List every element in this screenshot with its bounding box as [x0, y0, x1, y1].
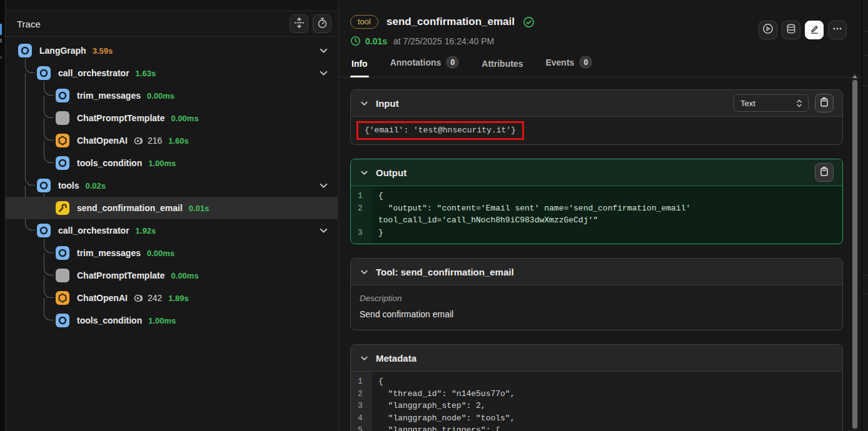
line-number: 2 — [351, 388, 372, 400]
line-number: 1 — [351, 190, 372, 202]
detail-scrollbar[interactable] — [852, 73, 858, 431]
edit-pencil-icon — [809, 24, 820, 37]
node-label: send_confirmation_email — [77, 203, 183, 213]
tree-node-send_confirmation_email[interactable]: send_confirmation_email0.01s — [6, 197, 338, 219]
run-duration: 0.01s — [365, 36, 387, 46]
node-label: LangGraph — [39, 46, 86, 56]
top-strip — [6, 0, 338, 11]
tool-section-body: Description Send confirmation email — [351, 285, 842, 330]
tree-node-ChatPromptTemplate[interactable]: ChatPromptTemplate0.00ms — [6, 107, 338, 129]
annotate-button[interactable] — [805, 21, 824, 39]
tab-count-badge: 0 — [579, 56, 592, 69]
code-line: 3} — [351, 227, 842, 239]
code-line: 4 "langgraph_node": "tools", — [351, 412, 842, 425]
tree-node-tools[interactable]: tools0.02s — [6, 174, 338, 197]
trace-panel-title: Trace — [17, 19, 285, 29]
input-format-select[interactable]: Text — [734, 94, 809, 112]
graph-node-icon — [56, 246, 69, 260]
select-updown-icon — [795, 99, 804, 108]
line-content: "langgraph_node": "tools", — [372, 412, 842, 425]
tree-node-ChatOpenAI[interactable]: ChatOpenAI2421.89s — [6, 287, 338, 309]
expand-rows-button[interactable] — [290, 14, 308, 33]
tab-annotations[interactable]: Annotations0 — [390, 56, 460, 77]
node-duration: 1.00ms — [148, 316, 176, 325]
node-duration: 1.92s — [136, 226, 156, 235]
tree-node-ChatPromptTemplate[interactable]: ChatPromptTemplate0.00ms — [6, 264, 338, 287]
node-duration: 0.01s — [189, 204, 209, 213]
more-actions-button[interactable] — [828, 21, 847, 39]
tool-section: Tool: send_confirmation_email Descriptio… — [350, 258, 843, 330]
tree-node-tools_condition[interactable]: tools_condition1.00ms — [6, 309, 338, 332]
scrollbar-up-arrow-icon[interactable] — [852, 75, 857, 78]
llm-node-icon — [56, 134, 69, 147]
playground-icon — [762, 23, 774, 37]
tool-node-icon — [56, 201, 69, 215]
output-code-block: 1{2 "output": "content='Email sent' name… — [351, 186, 842, 244]
scrollbar-thumb[interactable] — [852, 80, 857, 429]
graph-node-icon — [56, 89, 69, 102]
tree-node-call_orchestrator[interactable]: call_orchestrator1.92s — [6, 219, 338, 242]
node-duration: 0.00ms — [147, 91, 174, 101]
code-line: 5 "langgraph_triggers": [ — [351, 424, 842, 431]
tool-section-header[interactable]: Tool: send_confirmation_email — [351, 259, 842, 285]
node-duration: 1.00ms — [148, 159, 176, 168]
node-label: tools — [58, 181, 79, 191]
line-content: { — [372, 375, 842, 388]
node-label: tools_condition — [77, 315, 142, 325]
chevron-down-icon[interactable] — [318, 181, 329, 191]
input-content: {'email': 'test@hnsecurity.it'} — [365, 126, 516, 135]
expand-rows-icon — [293, 17, 305, 31]
playground-button[interactable] — [759, 21, 777, 39]
tree-node-tools_condition[interactable]: tools_condition1.00ms — [6, 152, 338, 174]
line-number: 1 — [351, 375, 372, 388]
chevron-down-icon[interactable] — [318, 225, 329, 236]
node-label: ChatPromptTemplate — [77, 113, 165, 123]
add-to-dataset-button[interactable] — [782, 21, 800, 39]
graph-node-icon — [37, 179, 51, 192]
tab-label: Info — [351, 59, 368, 69]
tab-info[interactable]: Info — [351, 59, 368, 77]
input-section-header[interactable]: Input Text — [351, 90, 842, 117]
chevron-down-icon — [360, 354, 369, 363]
tree-node-trim_messages[interactable]: trim_messages0.00ms — [6, 242, 338, 264]
detail-tabs: InfoAnnotations0AttributesEvents0 — [339, 56, 862, 77]
more-icon — [832, 23, 843, 37]
code-line: 2 "thread_id": "n14e5us77o", — [351, 388, 842, 400]
input-copy-button[interactable] — [815, 94, 834, 112]
node-duration: 0.00ms — [171, 271, 199, 280]
tree-node-call_orchestrator[interactable]: call_orchestrator1.63s — [6, 62, 338, 84]
line-number: 3 — [351, 400, 372, 412]
run-type-badge: tool — [350, 15, 378, 29]
run-toolbar — [759, 21, 847, 39]
graph-node-icon — [37, 66, 51, 80]
stopwatch-icon — [316, 17, 328, 31]
line-number: 5 — [351, 424, 372, 431]
timings-toggle-button[interactable] — [313, 14, 331, 33]
run-detail-panel: tool send_confirmation_email 0.01s at 7/… — [338, 0, 862, 431]
run-timestamp: at 7/25/2025 16:24:40 PM — [393, 36, 494, 46]
chevron-down-icon — [360, 168, 369, 177]
token-count: 216 — [134, 136, 162, 146]
tab-attributes[interactable]: Attributes — [482, 59, 523, 77]
right-edge-panel — [862, 0, 868, 431]
tab-label: Events — [545, 57, 574, 67]
tab-events[interactable]: Events0 — [545, 56, 592, 77]
output-section-header[interactable]: Output — [351, 159, 842, 186]
node-duration: 3.59s — [93, 46, 113, 56]
chevron-down-icon[interactable] — [318, 68, 329, 79]
prompt-node-icon — [56, 111, 69, 125]
code-line: 2 "output": "content='Email sent' name='… — [351, 202, 842, 227]
node-label: call_orchestrator — [58, 68, 129, 78]
annotation-highlight-box: {'email': 'test@hnsecurity.it'} — [356, 121, 524, 140]
metadata-section-header[interactable]: Metadata — [351, 345, 842, 372]
tree-node-ChatOpenAI[interactable]: ChatOpenAI2161.60s — [6, 129, 338, 152]
node-duration: 1.60s — [168, 136, 189, 146]
clipboard-icon — [819, 97, 829, 110]
tree-node-LangGraph[interactable]: LangGraph3.59s — [6, 39, 338, 62]
chevron-down-icon[interactable] — [318, 46, 329, 56]
line-content: "output": "content='Email sent' name='se… — [372, 202, 842, 227]
node-duration: 0.00ms — [147, 249, 174, 258]
node-duration: 0.00ms — [171, 114, 199, 123]
output-copy-button[interactable] — [815, 163, 834, 182]
tree-node-trim_messages[interactable]: trim_messages0.00ms — [6, 84, 338, 107]
